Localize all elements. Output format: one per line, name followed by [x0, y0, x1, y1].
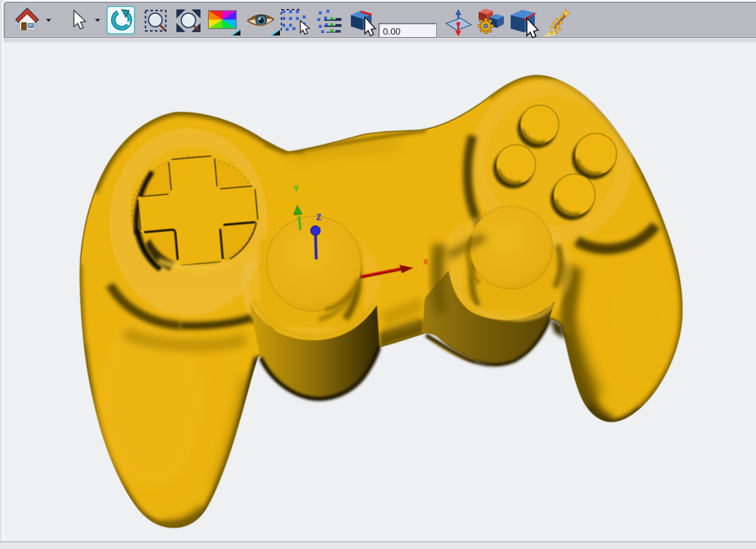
svg-text:x: x	[423, 257, 429, 268]
svg-text:Z: Z	[316, 213, 321, 223]
svg-text:0.00: 0.00	[383, 26, 401, 37]
svg-text:Y: Y	[294, 184, 299, 194]
